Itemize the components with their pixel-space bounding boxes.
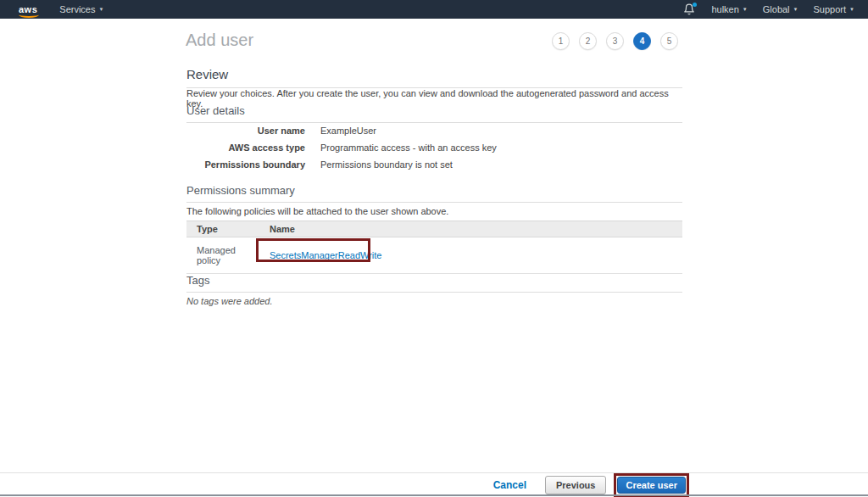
services-menu-label: Services [59, 4, 95, 14]
user-details-list: User name ExampleUser AWS access type Pr… [186, 122, 682, 173]
chevron-down-icon: ▼ [743, 7, 748, 12]
detail-row-user-name: User name ExampleUser [186, 122, 682, 139]
policy-link[interactable]: SecretsManagerReadWrite [270, 250, 381, 260]
step-indicator-5: 5 [660, 32, 678, 50]
services-menu[interactable]: Services ▼ [59, 4, 103, 14]
column-header-name: Name [259, 221, 682, 237]
support-menu[interactable]: Support ▼ [814, 4, 854, 14]
annotation-box-create-user: Create user [614, 473, 689, 497]
detail-row-access-type: AWS access type Programmatic access - wi… [186, 139, 682, 156]
notifications-button[interactable] [683, 3, 696, 16]
user-menu[interactable]: hulken ▼ [711, 4, 747, 14]
detail-value: Permissions boundary is not set [320, 159, 453, 170]
wizard-footer: Cancel Previous Create user [0, 472, 868, 496]
user-menu-label: hulken [711, 4, 738, 14]
detail-label: User name [186, 126, 305, 136]
chevron-down-icon: ▼ [793, 7, 798, 12]
wizard-step-indicator: 1 2 3 4 5 [552, 32, 678, 50]
tags-heading: Tags [186, 274, 682, 293]
detail-row-permissions-boundary: Permissions boundary Permissions boundar… [186, 156, 682, 173]
region-menu-label: Global [763, 4, 790, 14]
table-row: Managed policy SecretsManagerReadWrite [186, 237, 682, 274]
attached-policies-table: Type Name Managed policy SecretsManagerR… [186, 221, 682, 274]
review-heading: Review [186, 67, 682, 88]
step-indicator-3: 3 [606, 32, 624, 50]
page: aws Services ▼ hulken ▼ Global ▼ Su [0, 0, 868, 497]
user-details-heading: User details [186, 104, 682, 123]
top-navigation-bar: aws Services ▼ hulken ▼ Global ▼ Su [0, 0, 868, 19]
create-user-button[interactable]: Create user [617, 477, 686, 494]
notification-dot [693, 3, 697, 7]
bottom-divider [0, 494, 868, 496]
region-menu[interactable]: Global ▼ [763, 4, 798, 14]
cancel-link[interactable]: Cancel [493, 479, 526, 491]
chevron-down-icon: ▼ [849, 7, 854, 12]
aws-logo[interactable]: aws [19, 4, 37, 14]
detail-label: AWS access type [186, 142, 305, 153]
tags-empty-text: No tags were added. [186, 296, 682, 306]
step-indicator-2: 2 [579, 32, 597, 50]
policy-name-cell: SecretsManagerReadWrite [259, 237, 682, 274]
detail-value: Programmatic access - with an access key [320, 142, 497, 153]
table-header-row: Type Name [186, 221, 682, 237]
permissions-summary-description: The following policies will be attached … [186, 206, 682, 216]
detail-label: Permissions boundary [186, 159, 305, 170]
previous-button[interactable]: Previous [545, 476, 606, 494]
permissions-summary-heading: Permissions summary [186, 184, 682, 203]
support-menu-label: Support [814, 4, 847, 14]
step-indicator-1: 1 [552, 32, 570, 50]
chevron-down-icon: ▼ [98, 7, 103, 12]
page-title: Add user [186, 31, 253, 50]
detail-value: ExampleUser [320, 126, 376, 136]
policy-type-cell: Managed policy [186, 237, 259, 274]
topbar-right-group: hulken ▼ Global ▼ Support ▼ [683, 3, 858, 16]
step-indicator-4-active: 4 [633, 32, 651, 50]
column-header-type: Type [186, 221, 259, 237]
